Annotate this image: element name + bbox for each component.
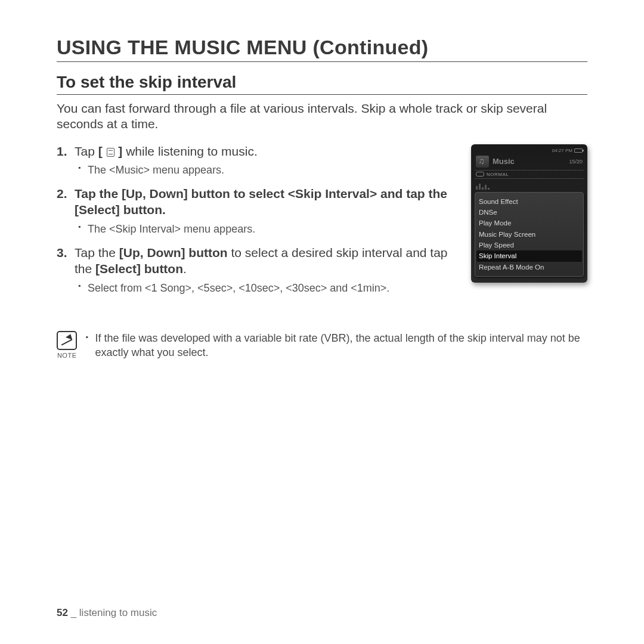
device-mode-bar: NORMAL [475, 170, 584, 179]
content-row: Tap [ ] while listening to music. The <M… [57, 143, 587, 304]
step-2: Tap the [Up, Down] button to select <Ski… [57, 185, 460, 236]
device-statusbar: 04:27 PM [475, 148, 584, 154]
step-1-text-post: while listening to music. [122, 144, 257, 158]
device-menu-item: Repeat A-B Mode On [479, 262, 580, 273]
bracket-open: [ [98, 144, 106, 158]
step-1: Tap [ ] while listening to music. The <M… [57, 143, 460, 178]
device-eq-visual [475, 181, 584, 192]
device-screenshot: 04:27 PM Music 15/20 NORMAL Sound Effect… [471, 144, 587, 283]
note-icon-column: NOTE [57, 331, 77, 359]
device-title-row: Music 15/20 [475, 154, 584, 170]
steps-column: Tap [ ] while listening to music. The <M… [57, 143, 460, 304]
step-2-bullet: The <Skip Interval> menu appears. [78, 222, 460, 236]
device-track-count: 15/20 [569, 159, 583, 165]
device-menu-item: Play Mode [479, 218, 580, 228]
device-menu-panel: Sound Effect DNSe Play Mode Music Play S… [475, 192, 584, 277]
battery-icon [574, 148, 583, 153]
note-block: NOTE If the file was developed with a va… [57, 331, 587, 360]
step-3e: . [183, 262, 187, 275]
device-menu-item: Play Speed [479, 240, 580, 250]
page-footer: 52 _ listening to music [57, 607, 157, 619]
step-3b: [Up, Down] button [119, 246, 228, 259]
device-menu-item: Music Play Screen [479, 229, 580, 240]
note-text: If the file was developed with a variabl… [85, 331, 587, 360]
device-menu-item: DNSe [479, 207, 580, 218]
footer-sep: _ [68, 607, 79, 618]
device-menu-item-selected: Skip Interval [476, 250, 582, 261]
footer-section: listening to music [79, 607, 157, 618]
device-menu-item: Sound Effect [479, 196, 580, 207]
page-number: 52 [57, 607, 68, 618]
step-1-bullet: The <Music> menu appears. [78, 163, 460, 177]
step-3-bullet: Select from <1 Song>, <5sec>, <10sec>, <… [78, 281, 460, 295]
page-title: USING THE MUSIC MENU (Continued) [57, 36, 587, 62]
step-3: Tap the [Up, Down] button to select a de… [57, 244, 460, 295]
device-screen-title: Music [493, 157, 565, 166]
intro-text: You can fast forward through a file at v… [57, 101, 587, 132]
section-title: To set the skip interval [57, 73, 587, 95]
note-icon [57, 331, 77, 350]
menu-button-icon [107, 148, 114, 157]
step-1-text-pre: Tap [75, 144, 98, 158]
step-2-text: Tap the [Up, Down] button to select <Ski… [75, 187, 447, 216]
device-mode-label: NORMAL [487, 172, 509, 177]
loop-icon [476, 172, 484, 177]
note-caption: NOTE [57, 352, 77, 359]
step-3d: [Select] button [95, 262, 183, 275]
bracket-close: ] [115, 144, 123, 158]
device-time: 04:27 PM [552, 148, 572, 153]
music-note-icon [476, 156, 489, 168]
step-3a: Tap the [75, 246, 119, 259]
